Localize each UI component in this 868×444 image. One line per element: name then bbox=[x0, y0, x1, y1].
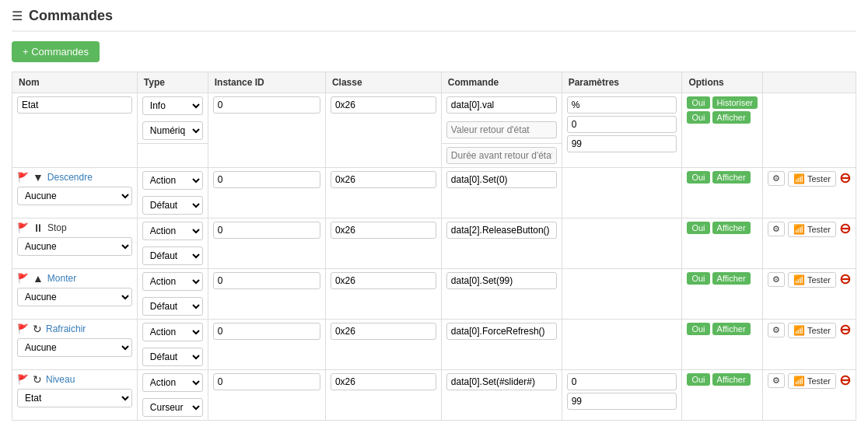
afficher-button-descendre[interactable]: Afficher bbox=[712, 171, 751, 184]
classe-input-etat[interactable] bbox=[331, 96, 436, 114]
commande-input-rafraichir[interactable] bbox=[446, 323, 557, 340]
gear-button-monter[interactable]: ⚙ bbox=[768, 272, 785, 287]
type-select-stop[interactable]: Action bbox=[142, 222, 203, 240]
classe-input-descendre[interactable] bbox=[331, 171, 436, 188]
instance-input-etat[interactable] bbox=[213, 96, 320, 114]
commande-input-descendre[interactable] bbox=[446, 171, 557, 188]
instance-input-descendre[interactable] bbox=[213, 171, 320, 188]
tester-button-monter[interactable]: 📶 Tester bbox=[788, 272, 836, 288]
gear-button-stop[interactable]: ⚙ bbox=[768, 222, 785, 236]
flag-icon-rafraichir: 🚩 bbox=[17, 323, 29, 334]
gear-button-descendre[interactable]: ⚙ bbox=[768, 171, 785, 186]
type-select-descendre[interactable]: Action Info bbox=[142, 171, 203, 190]
nom-label-descendre[interactable]: Descendre bbox=[47, 172, 93, 183]
nom-label-niveau[interactable]: Niveau bbox=[46, 374, 75, 385]
tester-button-niveau[interactable]: 📶 Tester bbox=[788, 373, 836, 389]
classe-input-niveau[interactable] bbox=[331, 373, 436, 390]
nom-cell-rafraichir: 🚩 ↻ Rafraichir Aucune bbox=[12, 320, 138, 370]
actions-cell-stop: ⚙ 📶 Tester ⊖ bbox=[763, 219, 856, 269]
nom-select-monter[interactable]: Aucune bbox=[17, 288, 132, 306]
remove-button-niveau[interactable]: ⊖ bbox=[839, 373, 851, 387]
actions-cell-etat bbox=[763, 93, 856, 168]
tester-button-rafraichir[interactable]: 📶 Tester bbox=[788, 323, 836, 338]
param-input-niveau-1[interactable] bbox=[567, 373, 677, 390]
oui-button-niveau[interactable]: Oui bbox=[687, 373, 709, 386]
type-cell-niveau: Action bbox=[137, 370, 208, 396]
param-input-etat-1[interactable] bbox=[567, 96, 677, 114]
commande-input-monter[interactable] bbox=[446, 272, 557, 289]
type-select-rafraichir[interactable]: Action bbox=[142, 323, 203, 341]
commande3-input-etat[interactable] bbox=[446, 147, 557, 164]
commande-cell-etat bbox=[441, 93, 562, 119]
instance-cell-rafraichir bbox=[208, 320, 325, 370]
oui-afficher-button-etat[interactable]: Oui bbox=[687, 111, 709, 124]
remove-button-monter[interactable]: ⊖ bbox=[839, 272, 851, 286]
type2-select-descendre[interactable]: Défaut bbox=[142, 196, 203, 215]
classe-input-monter[interactable] bbox=[331, 272, 436, 289]
instance-input-monter[interactable] bbox=[213, 272, 320, 289]
oui-button-descendre[interactable]: Oui bbox=[687, 171, 709, 184]
type2-cell-stop: Défaut bbox=[137, 243, 208, 269]
afficher-button-monter[interactable]: Afficher bbox=[712, 272, 751, 285]
type2-select-rafraichir[interactable]: Défaut bbox=[142, 348, 203, 366]
classe-input-stop[interactable] bbox=[331, 222, 436, 239]
type-select-monter[interactable]: Action bbox=[142, 272, 203, 291]
col-options: Options bbox=[682, 72, 763, 93]
param-input-etat-3[interactable] bbox=[567, 135, 677, 152]
nom-select-rafraichir[interactable]: Aucune bbox=[17, 338, 132, 357]
instance-cell-niveau bbox=[208, 370, 325, 421]
type-select-etat[interactable]: Info Action bbox=[142, 96, 203, 115]
type-cell-rafraichir: Action bbox=[137, 320, 208, 345]
remove-button-rafraichir[interactable]: ⊖ bbox=[839, 323, 851, 337]
pause-icon-stop: ⏸ bbox=[33, 222, 44, 234]
nom-label-stop[interactable]: Stop bbox=[47, 222, 67, 233]
param-input-etat-2[interactable] bbox=[567, 116, 677, 133]
commande-input-niveau[interactable] bbox=[446, 373, 557, 390]
remove-button-descendre[interactable]: ⊖ bbox=[839, 171, 851, 185]
remove-button-stop[interactable]: ⊖ bbox=[839, 222, 851, 236]
actions-cell-rafraichir: ⚙ 📶 Tester ⊖ bbox=[763, 320, 856, 370]
type-select-niveau[interactable]: Action bbox=[142, 373, 203, 392]
commande2-cell-etat bbox=[441, 118, 562, 144]
oui-button-rafraichir[interactable]: Oui bbox=[687, 323, 709, 335]
afficher-button-niveau[interactable]: Afficher bbox=[712, 373, 751, 386]
nom-label-monter[interactable]: Monter bbox=[47, 273, 76, 284]
gear-button-rafraichir[interactable]: ⚙ bbox=[768, 323, 785, 337]
afficher-button-stop[interactable]: Afficher bbox=[712, 222, 751, 234]
params-cell-stop bbox=[562, 219, 682, 269]
nom-select-descendre[interactable]: Aucune bbox=[17, 187, 132, 205]
flag-icon-stop: 🚩 bbox=[17, 222, 29, 233]
commande-input-stop[interactable] bbox=[446, 222, 557, 239]
signal-icon-monter: 📶 bbox=[793, 274, 805, 285]
tester-button-descendre[interactable]: 📶 Tester bbox=[788, 171, 836, 187]
type2-select-stop[interactable]: Défaut bbox=[142, 246, 203, 265]
nom-label-rafraichir[interactable]: Rafraichir bbox=[46, 323, 86, 334]
commande2-input-etat[interactable] bbox=[446, 121, 557, 138]
param-input-niveau-2[interactable] bbox=[567, 393, 677, 410]
commande3-cell-etat bbox=[441, 144, 562, 168]
tester-button-stop[interactable]: 📶 Tester bbox=[788, 222, 836, 237]
table-row: 🚩 ⏸ Stop Aucune Action bbox=[12, 219, 856, 244]
instance-input-niveau[interactable] bbox=[213, 373, 320, 390]
type2-select-etat[interactable]: Numérique Binaire bbox=[142, 121, 203, 140]
nom-select-stop[interactable]: Aucune bbox=[17, 237, 132, 256]
type2-select-niveau[interactable]: Curseur Défaut bbox=[142, 398, 203, 417]
instance-input-stop[interactable] bbox=[213, 222, 320, 239]
nom-input-etat[interactable] bbox=[17, 96, 132, 114]
historiser-button[interactable]: Historiser bbox=[712, 96, 758, 109]
classe-input-rafraichir[interactable] bbox=[331, 323, 436, 340]
nom-cell-niveau: 🚩 ↻ Niveau Etat Aucune bbox=[12, 370, 138, 421]
nom-select-niveau[interactable]: Etat Aucune bbox=[17, 389, 132, 407]
instance-input-rafraichir[interactable] bbox=[213, 323, 320, 340]
oui-button-stop[interactable]: Oui bbox=[687, 222, 709, 234]
afficher-button-etat[interactable]: Afficher bbox=[712, 111, 751, 124]
commande-input-etat[interactable] bbox=[446, 96, 557, 114]
page-container: ☰ Commandes + Commandes Nom Type Instanc… bbox=[0, 0, 868, 428]
col-nom: Nom bbox=[12, 72, 138, 93]
add-commandes-button[interactable]: + Commandes bbox=[12, 41, 100, 62]
oui-button-monter[interactable]: Oui bbox=[687, 272, 709, 285]
type2-select-monter[interactable]: Défaut bbox=[142, 297, 203, 316]
oui-historiser-button[interactable]: Oui bbox=[687, 96, 709, 109]
afficher-button-rafraichir[interactable]: Afficher bbox=[712, 323, 751, 335]
gear-button-niveau[interactable]: ⚙ bbox=[768, 373, 785, 388]
